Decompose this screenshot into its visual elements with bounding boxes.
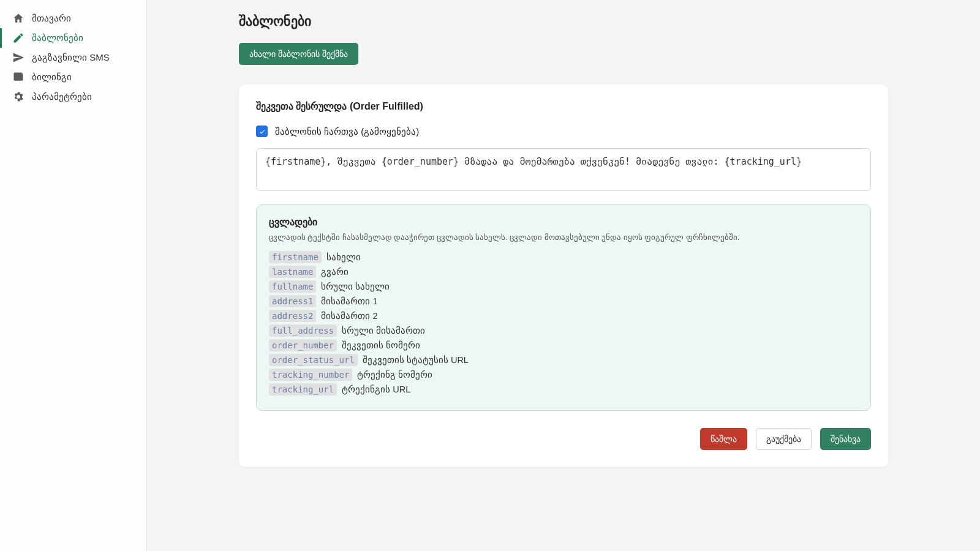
edit-icon — [12, 32, 24, 44]
variable-description: ტრექინგ ნომერი — [357, 370, 432, 380]
variable-chip[interactable]: address2 — [269, 310, 316, 322]
variable-description: სახელი — [326, 252, 361, 262]
sidebar-item-label: პარამეტრები — [32, 91, 92, 103]
sidebar-item-label: შაბლონები — [32, 32, 83, 44]
svg-point-0 — [20, 77, 22, 78]
template-card-title: შეკვეთა შესრულდა (Order Fulfilled) — [256, 100, 871, 112]
variable-chip[interactable]: tracking_number — [269, 369, 352, 381]
sidebar: მთავარი შაბლონები გაგზავნილი SMS ბილინგი… — [0, 0, 147, 551]
sidebar-item-label: მთავარი — [32, 12, 71, 24]
variable-description: მისამართი 2 — [321, 311, 377, 321]
variable-chip[interactable]: lastname — [269, 266, 316, 278]
send-icon — [12, 51, 24, 64]
variable-description: გვარი — [321, 267, 349, 277]
enable-template-label: შაბლონის ჩართვა (გამოყენება) — [275, 126, 419, 137]
variable-description: სრული სახელი — [321, 282, 390, 291]
cancel-button[interactable]: გაუქმება — [756, 428, 812, 450]
variable-chip[interactable]: order_number — [269, 339, 337, 351]
variable-row: tracking_urlტრექინგის URL — [269, 383, 858, 395]
variable-row: order_status_urlშეკვეთის სტატუსის URL — [269, 354, 858, 366]
home-icon — [12, 12, 24, 24]
variable-chip[interactable]: full_address — [269, 324, 337, 337]
delete-button[interactable]: წაშლა — [700, 428, 747, 450]
wallet-icon — [12, 71, 24, 83]
gear-icon — [12, 91, 24, 103]
template-card: შეკვეთა შესრულდა (Order Fulfilled) შაბლო… — [239, 84, 888, 467]
sidebar-item-label: გაგზავნილი SMS — [32, 51, 110, 64]
sidebar-item-label: ბილინგი — [32, 71, 72, 83]
variable-chip[interactable]: fullname — [269, 280, 316, 293]
sidebar-item-sent-sms[interactable]: გაგზავნილი SMS — [0, 48, 146, 67]
variable-row: fullnameსრული სახელი — [269, 280, 858, 293]
new-template-button[interactable]: ახალი შაბლონის შექმნა — [239, 43, 358, 65]
variable-description: შეკვეთის სტატუსის URL — [363, 355, 469, 365]
variable-row: firstnameსახელი — [269, 251, 858, 263]
variable-row: address1მისამართი 1 — [269, 295, 858, 307]
main-content: შაბლონები ახალი შაბლონის შექმნა შეკვეთა … — [147, 0, 980, 551]
check-icon — [258, 128, 266, 135]
variable-description: სრული მისამართი — [342, 326, 425, 335]
variables-box: ცვლადები ცვლადის ტექსტში ჩასასმელად დააჭ… — [256, 204, 871, 411]
sidebar-item-settings[interactable]: პარამეტრები — [0, 87, 146, 107]
variable-chip[interactable]: order_status_url — [269, 354, 358, 366]
variable-description: მისამართი 1 — [321, 296, 377, 306]
template-text-input[interactable] — [256, 148, 871, 191]
page-title: შაბლონები — [239, 13, 888, 29]
variable-row: address2მისამართი 2 — [269, 310, 858, 322]
variable-row: tracking_numberტრექინგ ნომერი — [269, 369, 858, 381]
variable-row: lastnameგვარი — [269, 266, 858, 278]
sidebar-item-home[interactable]: მთავარი — [0, 9, 146, 28]
variable-chip[interactable]: tracking_url — [269, 383, 337, 395]
variable-description: შეკვეთის ნომერი — [342, 340, 420, 350]
variables-help: ცვლადის ტექსტში ჩასასმელად დააჭირეთ ცვლა… — [269, 233, 858, 244]
variables-list: firstnameსახელიlastnameგვარიfullnameსრულ… — [269, 251, 858, 395]
card-actions: წაშლა გაუქმება შენახვა — [256, 428, 871, 450]
variable-chip[interactable]: firstname — [269, 251, 322, 263]
enable-template-checkbox[interactable] — [256, 126, 268, 137]
enable-template-row: შაბლონის ჩართვა (გამოყენება) — [256, 126, 871, 137]
sidebar-item-billing[interactable]: ბილინგი — [0, 67, 146, 87]
variable-chip[interactable]: address1 — [269, 295, 316, 307]
sidebar-item-templates[interactable]: შაბლონები — [0, 28, 146, 48]
variable-description: ტრექინგის URL — [342, 384, 410, 394]
save-button[interactable]: შენახვა — [820, 428, 871, 450]
variable-row: order_numberშეკვეთის ნომერი — [269, 339, 858, 351]
variable-row: full_addressსრული მისამართი — [269, 324, 858, 337]
variables-title: ცვლადები — [269, 216, 858, 228]
